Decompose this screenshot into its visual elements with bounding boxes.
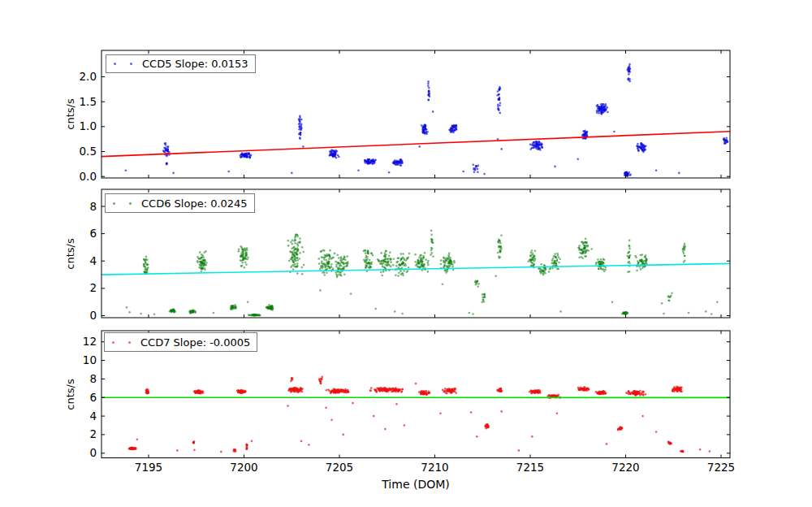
x-tick-label: 7200 [230, 461, 257, 474]
x-axis-title: Time (DOM) [367, 478, 464, 491]
x-tick-label: 7205 [326, 461, 353, 474]
y-tick-label: 2.0 [80, 70, 97, 83]
y-tick-label: 10 [83, 353, 97, 366]
legend-label-ccd7: CCD7 Slope: -0.0005 [140, 336, 250, 349]
y-axis-title-ccd6: cnts/s [64, 236, 76, 272]
y-tick-label: 6 [89, 391, 97, 404]
legend-marker-icon [130, 63, 132, 65]
y-tick-label: 6 [89, 227, 97, 240]
y-tick-label: 12 [83, 335, 97, 348]
legend-ccd7: CCD7 Slope: -0.0005 [104, 332, 257, 352]
legend-marker-icon [113, 202, 115, 205]
legend-marker-icon [129, 202, 132, 205]
y-axis-title-ccd5: cnts/s [64, 97, 76, 132]
y-tick-label: 8 [89, 372, 97, 385]
legend-ccd5: CCD5 Slope: 0.0153 [106, 54, 256, 73]
x-tick-label: 7225 [707, 461, 735, 474]
ccd5-scatter-points [125, 63, 729, 177]
x-tick-label: 7210 [421, 461, 448, 474]
y-tick-label: 4 [89, 254, 97, 267]
ccd5-trend-line [102, 132, 730, 157]
x-tick-label: 7220 [611, 461, 639, 474]
legend-label-ccd6: CCD6 Slope: 0.0245 [141, 197, 248, 210]
y-tick-label: 0.5 [80, 145, 97, 158]
legend-marker-icon [114, 63, 116, 65]
y-tick-label: 0.0 [80, 170, 97, 183]
y-tick-label: 0 [89, 309, 97, 322]
legend-marker-icon [128, 341, 131, 344]
y-tick-label: 1.0 [80, 119, 97, 132]
legend-ccd6: CCD6 Slope: 0.0245 [105, 193, 255, 213]
legend-marker-icon [112, 341, 114, 344]
y-tick-label: 0 [89, 446, 97, 459]
ccd7-scatter-points [128, 376, 710, 453]
y-tick-label: 1.5 [80, 95, 97, 108]
plot-area: 0.00.51.01.52.00246802468101271957200720… [0, 0, 812, 507]
x-tick-label: 7195 [135, 461, 162, 474]
y-tick-label: 4 [89, 410, 97, 422]
x-tick-label: 7215 [516, 461, 544, 474]
y-axis-title-ccd7: cnts/s [64, 377, 76, 413]
y-tick-label: 2 [89, 427, 97, 440]
y-tick-label: 2 [89, 281, 97, 294]
figure-canvas: 0.00.51.01.52.00246802468101271957200720… [0, 0, 812, 507]
y-tick-label: 8 [89, 200, 97, 213]
legend-label-ccd5: CCD5 Slope: 0.0153 [142, 58, 248, 70]
